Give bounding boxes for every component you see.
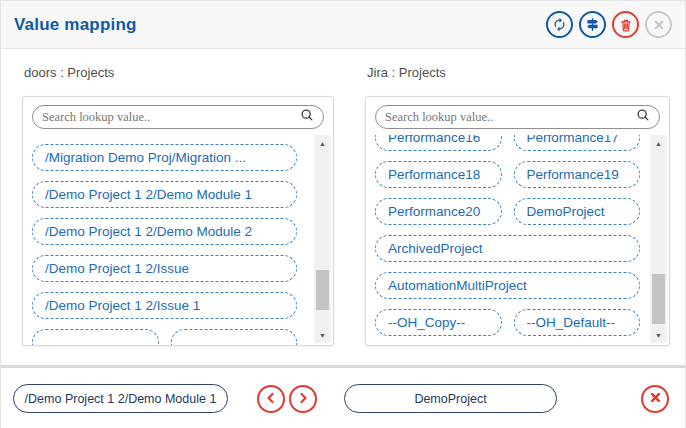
lookup-value-pill[interactable]: /Demo Project 1 2/Demo Module 1: [32, 181, 297, 208]
lookup-value-pill[interactable]: Performance18: [375, 161, 502, 188]
trash-icon: [619, 18, 633, 32]
scroll-up-icon[interactable]: ▲: [314, 135, 331, 151]
source-scrollbar[interactable]: ▲ ▼: [314, 135, 331, 343]
selected-target-value[interactable]: DemoProject: [344, 384, 557, 413]
refresh-icon: [552, 17, 567, 32]
target-panel-label: Jira : Projects: [367, 66, 670, 80]
search-icon: [300, 108, 314, 126]
scrollbar-thumb[interactable]: [316, 270, 329, 310]
scroll-up-icon[interactable]: ▲: [650, 135, 667, 151]
close-button[interactable]: [645, 11, 672, 38]
lookup-value-pill[interactable]: [32, 329, 159, 345]
lookup-value-pill[interactable]: ArchivedProject: [375, 235, 640, 262]
lookup-value-pill[interactable]: Performance17: [514, 135, 641, 151]
value-mapping-dialog: Value mapping: [0, 0, 686, 428]
target-value-list: Performance16Performance17Performance18P…: [366, 135, 669, 345]
lookup-value-pill[interactable]: /Demo Project 1 2/Demo Module 2: [32, 218, 297, 245]
scroll-down-icon[interactable]: ▼: [314, 327, 331, 343]
lookup-value-pill[interactable]: [171, 329, 298, 345]
next-mapping-button[interactable]: [289, 385, 317, 413]
close-icon: [653, 19, 665, 31]
source-search-box: [32, 105, 324, 129]
header-actions: [546, 11, 672, 38]
lookup-value-pill[interactable]: /Demo Project 1 2/Issue 1: [32, 292, 297, 319]
target-search-row: [366, 97, 669, 135]
target-search-box: [375, 105, 660, 129]
source-panel: doors : Projects /Migration Demo Proj/Mi…: [22, 66, 334, 346]
map-signs-icon: [585, 17, 600, 32]
delete-button[interactable]: [612, 11, 639, 38]
source-value-list: /Migration Demo Proj/Migration .../Demo …: [23, 135, 333, 345]
target-lookup-card: Performance16Performance17Performance18P…: [365, 96, 670, 346]
lookup-value-pill[interactable]: --OH_Copy--: [375, 309, 502, 336]
lookup-value-pill[interactable]: /Migration Demo Proj/Migration ...: [32, 144, 297, 171]
scroll-down-icon[interactable]: ▼: [650, 327, 667, 343]
dialog-header: Value mapping: [1, 1, 685, 49]
source-panel-label: doors : Projects: [24, 66, 334, 80]
lookup-value-pill[interactable]: --OH_Default--: [514, 309, 641, 336]
mapping-row: /Demo Project 1 2/Demo Module 1 DemoProj…: [1, 368, 685, 428]
remove-icon: [649, 391, 662, 407]
chevron-right-icon: [296, 391, 310, 408]
page-title: Value mapping: [14, 15, 137, 35]
search-icon: [636, 108, 650, 126]
target-panel: Jira : Projects Performance16Performance…: [365, 66, 670, 346]
lookup-value-pill[interactable]: /Demo Project 1 2/Issue: [32, 255, 297, 282]
source-lookup-card: /Migration Demo Proj/Migration .../Demo …: [22, 96, 334, 346]
lookup-value-pill[interactable]: AutomationMultiProject: [375, 272, 640, 299]
chevron-left-icon: [264, 391, 278, 408]
auto-map-button[interactable]: [579, 11, 606, 38]
source-search-row: [23, 97, 333, 135]
mapping-content: doors : Projects /Migration Demo Proj/Mi…: [1, 49, 685, 346]
prev-mapping-button[interactable]: [257, 385, 285, 413]
lookup-value-pill[interactable]: Performance19: [514, 161, 641, 188]
source-search-input[interactable]: [42, 110, 300, 125]
refresh-button[interactable]: [546, 11, 573, 38]
lookup-value-pill[interactable]: Performance16: [375, 135, 502, 151]
target-scrollbar[interactable]: ▲ ▼: [650, 135, 667, 343]
scrollbar-thumb[interactable]: [652, 274, 665, 324]
selected-source-value[interactable]: /Demo Project 1 2/Demo Module 1: [13, 384, 228, 413]
lookup-value-pill[interactable]: DemoProject: [514, 198, 641, 225]
remove-mapping-button[interactable]: [641, 385, 669, 413]
target-search-input[interactable]: [385, 110, 636, 125]
lookup-value-pill[interactable]: Performance20: [375, 198, 502, 225]
